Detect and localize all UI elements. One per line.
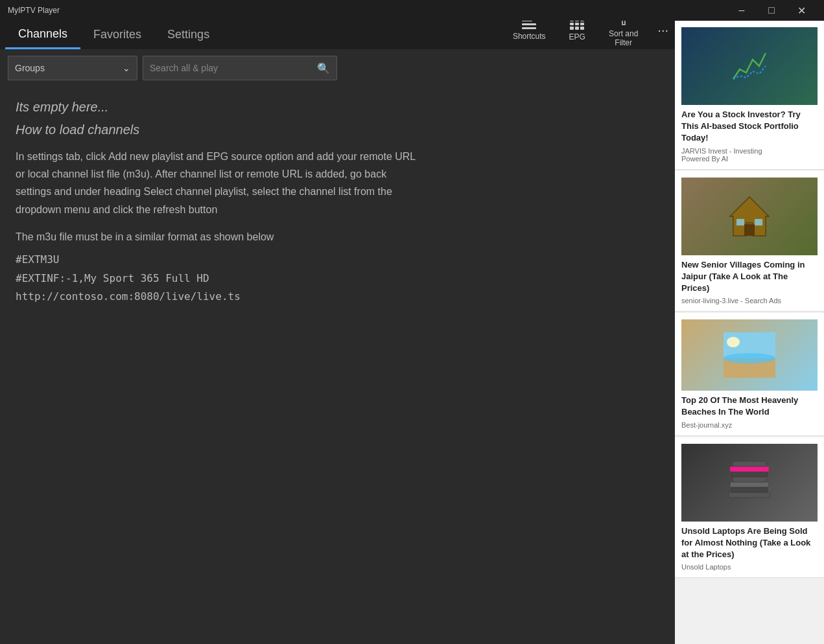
m3u-line-3: http://contoso.com:8080/live/live.ts bbox=[16, 288, 659, 306]
m3u-label: The m3u file must be in a similar format… bbox=[16, 231, 659, 243]
how-to-heading: How to load channels bbox=[16, 122, 659, 137]
maximize-button[interactable]: □ bbox=[757, 0, 786, 21]
search-box[interactable]: 🔍 bbox=[143, 56, 337, 80]
title-bar-left: MyIPTV Player bbox=[8, 6, 60, 15]
title-bar: MyIPTV Player – □ ✕ bbox=[0, 0, 824, 21]
svg-rect-13 bbox=[733, 477, 766, 482]
shortcuts-button[interactable]: Shortcuts bbox=[502, 21, 556, 49]
svg-point-6 bbox=[727, 337, 740, 347]
svg-rect-4 bbox=[755, 219, 762, 225]
app-container: Channels Favorites Settings bbox=[0, 21, 824, 644]
sort-filter-button[interactable]: Sort and Filter bbox=[598, 21, 648, 49]
ad-stock-source: JARVIS Invest - Investing bbox=[681, 147, 818, 155]
svg-rect-14 bbox=[731, 472, 768, 477]
m3u-line-1: #EXTM3U bbox=[16, 251, 659, 270]
svg-rect-11 bbox=[731, 487, 768, 492]
shortcuts-label: Shortcuts bbox=[513, 32, 546, 41]
ad-beach[interactable]: Top 20 Of The Most Heavenly Beaches In T… bbox=[675, 313, 824, 435]
groups-dropdown[interactable]: Groups ⌄ bbox=[8, 56, 137, 80]
ad-laptops-title: Unsold Laptops Are Being Sold for Almost… bbox=[681, 525, 818, 561]
svg-rect-12 bbox=[730, 482, 769, 487]
ad-beach-source: Best-journal.xyz bbox=[681, 421, 818, 429]
ad-house-title: New Senior Villages Coming in Jaipur (Ta… bbox=[681, 259, 818, 295]
ad-beach-title: Top 20 Of The Most Heavenly Beaches In T… bbox=[681, 395, 818, 418]
ad-laptops-source: Unsold Laptops bbox=[681, 563, 818, 571]
svg-rect-3 bbox=[736, 219, 744, 225]
groups-label: Groups bbox=[15, 63, 45, 73]
instructions: In settings tab, click Add new playlist … bbox=[16, 148, 418, 218]
close-button[interactable]: ✕ bbox=[786, 0, 816, 21]
ad-laptops[interactable]: Unsold Laptops Are Being Sold for Almost… bbox=[675, 437, 824, 579]
ad-house-image bbox=[681, 178, 818, 255]
shortcuts-icon bbox=[522, 21, 536, 29]
content-area: Its empty here... How to load channels I… bbox=[0, 87, 675, 644]
epg-button[interactable]: EPG bbox=[559, 21, 596, 49]
search-icon: 🔍 bbox=[317, 62, 330, 75]
ad-stock[interactable]: Are You a Stock Investor? Try This AI-ba… bbox=[675, 21, 824, 170]
epg-icon bbox=[570, 21, 584, 30]
tab-settings[interactable]: Settings bbox=[154, 21, 222, 49]
m3u-example: #EXTM3U #EXTINF:-1,My Sport 365 Full HD … bbox=[16, 251, 659, 306]
ad-stock-title: Are You a Stock Investor? Try This AI-ba… bbox=[681, 109, 818, 144]
empty-message: Its empty here... bbox=[16, 100, 659, 115]
title-bar-controls: – □ ✕ bbox=[727, 0, 816, 21]
main-panel: Channels Favorites Settings bbox=[0, 21, 675, 644]
right-panel: Are You a Stock Investor? Try This AI-ba… bbox=[675, 21, 824, 644]
toolbar-right: Shortcuts EPG bbox=[502, 21, 675, 49]
more-button[interactable]: ··· bbox=[651, 21, 675, 49]
sort-filter-label: Sort and Filter bbox=[609, 29, 638, 48]
m3u-line-2: #EXTINF:-1,My Sport 365 Full HD bbox=[16, 270, 659, 288]
app-title: MyIPTV Player bbox=[8, 6, 60, 15]
toolbar: Groups ⌄ 🔍 bbox=[0, 49, 675, 87]
minimize-button[interactable]: – bbox=[727, 0, 757, 21]
ad-house-source: senior-living-3.live - Search Ads bbox=[681, 297, 818, 305]
ad-stock-image bbox=[681, 27, 818, 105]
ad-laptops-image bbox=[681, 444, 818, 522]
ad-house[interactable]: New Senior Villages Coming in Jaipur (Ta… bbox=[675, 171, 824, 312]
svg-rect-15 bbox=[730, 466, 769, 472]
ad-beach-image bbox=[681, 319, 818, 391]
epg-label: EPG bbox=[569, 32, 585, 41]
ad-stock-source2: Powered By AI bbox=[681, 155, 818, 163]
svg-rect-10 bbox=[729, 492, 770, 498]
search-input[interactable] bbox=[150, 63, 317, 73]
svg-point-8 bbox=[724, 353, 775, 363]
tab-channels[interactable]: Channels bbox=[5, 21, 80, 49]
dropdown-chevron-icon: ⌄ bbox=[123, 63, 130, 73]
svg-rect-16 bbox=[733, 461, 766, 466]
svg-marker-0 bbox=[618, 21, 630, 25]
svg-rect-2 bbox=[744, 224, 755, 236]
tab-favorites[interactable]: Favorites bbox=[80, 21, 154, 49]
nav-tabs: Channels Favorites Settings bbox=[0, 21, 675, 49]
sort-filter-icon bbox=[617, 21, 631, 27]
